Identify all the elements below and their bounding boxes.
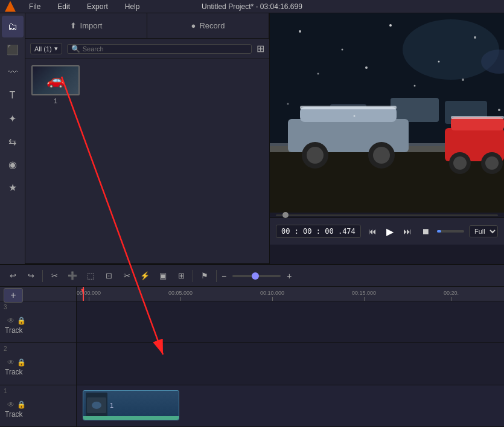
crop-button[interactable]: ▣: [155, 268, 171, 284]
track-icons-3: 👁 🔒: [7, 316, 26, 325]
svg-point-25: [474, 36, 476, 39]
track-lock-1[interactable]: 🔒: [17, 400, 26, 409]
sidebar-item-audio[interactable]: 〰: [2, 62, 24, 83]
track-row-3[interactable]: [77, 301, 504, 343]
clip-1[interactable]: 1: [83, 390, 179, 420]
sidebar-item-transitions[interactable]: ⇆: [2, 130, 24, 152]
ruler-mark-4: 00:20.: [444, 290, 459, 301]
track-num-2: 2: [4, 345, 7, 352]
toolbar-separator-3: [216, 270, 217, 282]
tab-record[interactable]: ● Record: [147, 13, 269, 39]
sidebar-item-text[interactable]: T: [2, 85, 24, 106]
sidebar-item-sticker[interactable]: ◉: [2, 153, 24, 175]
svg-point-30: [287, 103, 289, 105]
filter-label: All (1): [34, 45, 52, 53]
grid-button[interactable]: ⊞: [173, 268, 189, 284]
search-icon: 🔍: [71, 45, 80, 53]
track-row-2[interactable]: [77, 343, 504, 385]
search-input[interactable]: [83, 45, 247, 53]
record-label: Record: [199, 21, 225, 30]
car-preview: [33, 66, 78, 94]
toolbar-separator-1: [42, 270, 43, 282]
add-marker-button[interactable]: ➕: [65, 268, 80, 284]
ruler-mark-2: 00:10.000: [260, 290, 284, 301]
scrubber-bar[interactable]: [270, 213, 504, 217]
scrubber-track[interactable]: [276, 214, 498, 216]
scrubber-thumb[interactable]: [282, 212, 289, 218]
track-label-1: Track: [5, 410, 23, 419]
track-visibility-3[interactable]: 👁: [7, 316, 14, 325]
clip-thumb-svg: [86, 393, 107, 418]
track-visibility-1[interactable]: 👁: [7, 400, 14, 409]
timeline-toolbar: ↩ ↪ ✂ ➕ ⬚ ⊡ ✂ ⚡ ▣ ⊞ ⚑ − +: [0, 265, 504, 287]
speed-button[interactable]: ⚡: [137, 268, 153, 284]
sidebar-item-effects[interactable]: ⬛: [2, 39, 24, 60]
svg-point-27: [365, 66, 368, 69]
redo-button[interactable]: ↪: [23, 268, 39, 284]
sidebar-item-favorites[interactable]: ★: [2, 176, 24, 198]
split-button[interactable]: ⬚: [83, 268, 98, 284]
track-icons-1: 👁 🔒: [7, 400, 26, 409]
zoom-select[interactable]: Full: [469, 225, 498, 237]
track-controls-1: 👁 🔒 Track: [5, 393, 71, 419]
stop-button[interactable]: ⏹: [419, 225, 432, 237]
svg-point-17: [453, 156, 467, 170]
media-thumbnail: [31, 65, 80, 95]
toolbar-separator-2: [193, 270, 193, 282]
filter-dropdown[interactable]: All (1) ▾: [30, 43, 62, 54]
add-track-button[interactable]: +: [4, 288, 23, 303]
menu-bar: File Edit Export Help Untitled Project* …: [0, 0, 504, 13]
search-box: 🔍: [67, 44, 252, 54]
ruler-mark-1: 00:05.000: [168, 290, 193, 301]
zoom-thumb[interactable]: [252, 272, 259, 280]
select-tool-button[interactable]: ✂: [46, 268, 62, 284]
svg-point-21: [299, 30, 301, 33]
trim-button[interactable]: ⊡: [101, 268, 116, 284]
svg-point-24: [438, 61, 440, 63]
preview-video: [270, 13, 504, 213]
sidebar-item-overlay[interactable]: ✦: [2, 108, 24, 129]
track-controls-3: 👁 🔒 Track: [5, 309, 71, 335]
rewind-button[interactable]: ⏮: [366, 225, 379, 237]
menu-edit[interactable]: Edit: [54, 1, 74, 12]
media-panel: ⬆ Import ● Record All (1) ▾ 🔍 ⊞ 1: [25, 13, 270, 264]
media-content: 1: [25, 59, 269, 111]
sidebar-item-media[interactable]: 🗂: [2, 16, 24, 37]
track-row-1[interactable]: 1: [77, 385, 504, 427]
track-controls-2: 👁 🔒 Track: [5, 351, 71, 376]
track-lock-3[interactable]: 🔒: [17, 316, 26, 325]
menu-file[interactable]: File: [25, 1, 44, 12]
svg-point-1: [403, 19, 499, 80]
track-icons-2: 👁 🔒: [7, 358, 26, 367]
svg-point-22: [342, 49, 343, 51]
progress-bar[interactable]: [437, 230, 464, 233]
flag-button[interactable]: ⚑: [197, 268, 212, 284]
app-title: Untitled Project* - 03:04:16.699: [202, 2, 302, 11]
tracks-body: 1: [77, 301, 504, 427]
play-button[interactable]: ▶: [384, 225, 396, 239]
grid-view-button[interactable]: ⊞: [257, 43, 264, 54]
track-lock-2[interactable]: 🔒: [17, 358, 26, 367]
zoom-out-button[interactable]: −: [220, 271, 228, 281]
progress-fill: [437, 230, 441, 233]
zoom-slider[interactable]: [232, 275, 281, 277]
media-item-label: 1: [54, 97, 57, 104]
undo-button[interactable]: ↩: [5, 268, 21, 284]
track-visibility-2[interactable]: 👁: [7, 358, 14, 367]
cut-button[interactable]: ✂: [119, 268, 135, 284]
menu-export[interactable]: Export: [83, 1, 112, 12]
scene-svg: [270, 13, 504, 213]
app-logo: [5, 1, 16, 12]
svg-point-10: [307, 147, 324, 164]
menu-help[interactable]: Help: [121, 1, 144, 12]
media-item[interactable]: 1: [31, 65, 80, 104]
preview-controls: 00 : 00 : 00 .474 ⏮ ▶ ⏭ ⏹ Full: [270, 217, 504, 245]
clip-thumbnail: [86, 393, 107, 418]
preview-frame: [270, 13, 504, 213]
timeline-tracks: 00:00.000 00:05.000 00:10.000 00:15.000 …: [77, 287, 504, 427]
svg-rect-13: [300, 106, 397, 109]
zoom-in-button[interactable]: +: [285, 271, 293, 281]
tab-import[interactable]: ⬆ Import: [25, 13, 147, 39]
forward-button[interactable]: ⏭: [401, 225, 414, 237]
ruler-mark-0: 00:00.000: [77, 290, 101, 301]
